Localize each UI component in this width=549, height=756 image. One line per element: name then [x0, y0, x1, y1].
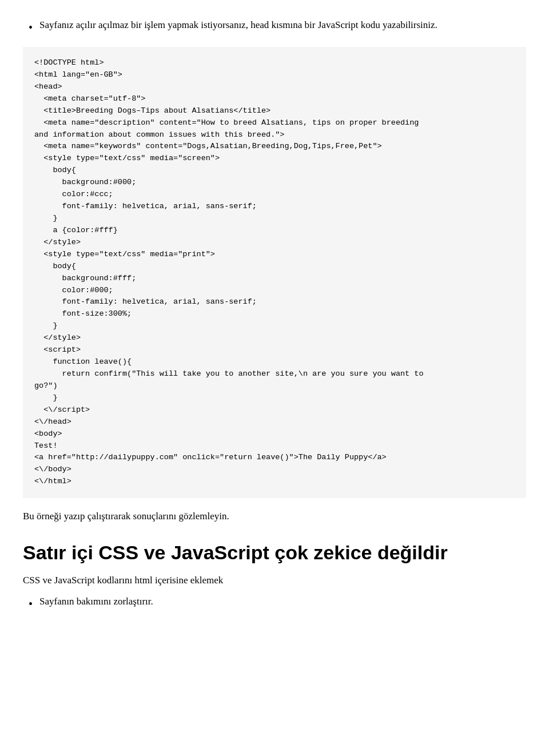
intro-bullet: • Sayfanız açılır açılmaz bir işlem yapm…	[23, 17, 526, 37]
bullet-dot: •	[29, 18, 33, 37]
intro-bullet-text: Sayfanız açılır açılmaz bir işlem yapmak…	[39, 17, 526, 33]
last-bullet-dot: •	[29, 595, 33, 613]
last-bullet-text: Sayfanın bakımını zorlaştırır.	[39, 594, 526, 609]
last-bullet: • Sayfanın bakımını zorlaştırır.	[23, 594, 526, 613]
example-note: Bu örneği yazıp çalıştırarak sonuçlarını…	[23, 508, 526, 524]
section-heading: Satır içi CSS ve JavaScript çok zekice d…	[23, 541, 526, 564]
code-block: <!DOCTYPE html> <html lang="en-GB"> <hea…	[23, 47, 526, 498]
section-sub: CSS ve JavaScript kodlarını html içerisi…	[23, 572, 526, 588]
